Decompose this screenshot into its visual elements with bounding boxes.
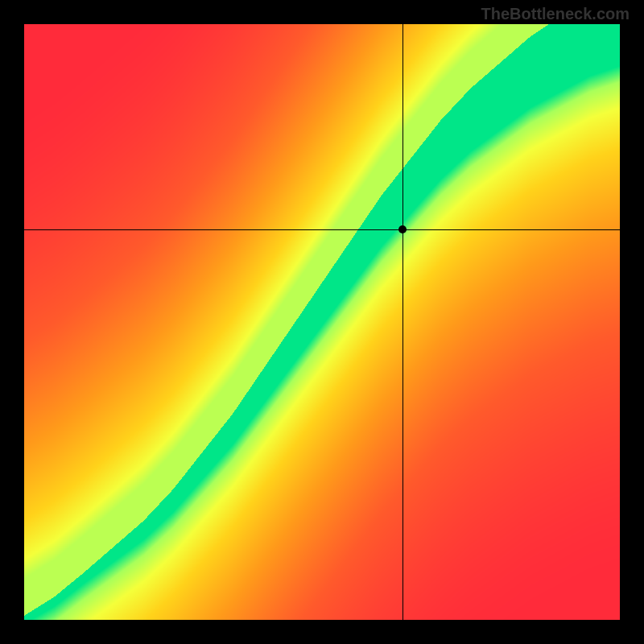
- heatmap-canvas: [24, 24, 620, 620]
- crosshair-vertical: [402, 24, 403, 620]
- watermark-text: TheBottleneck.com: [481, 5, 630, 23]
- marker-dot: [398, 225, 407, 233]
- crosshair-horizontal: [24, 229, 620, 230]
- heatmap-chart: [24, 24, 620, 620]
